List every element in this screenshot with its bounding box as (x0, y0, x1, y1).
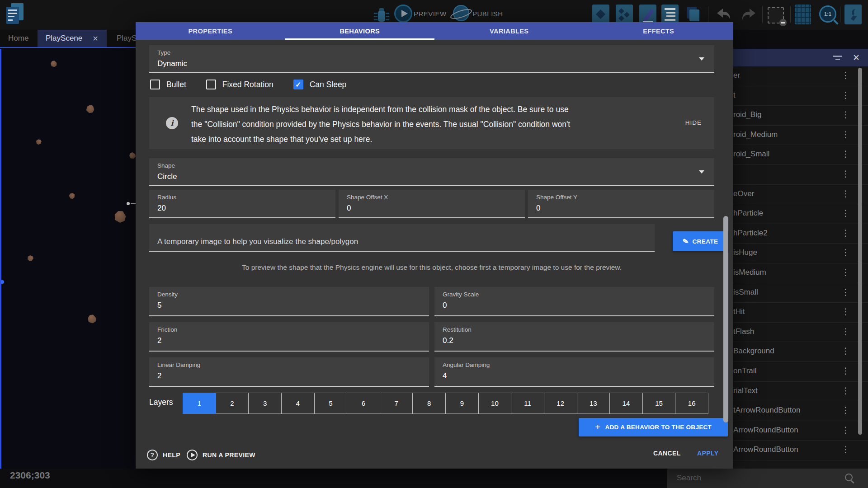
scene-canvas[interactable] (0, 49, 137, 469)
close-tab-icon[interactable]: ✕ (92, 34, 98, 43)
layer-option-6[interactable]: 6 (347, 393, 380, 414)
cancel-button[interactable]: CANCEL (653, 450, 681, 457)
preview-icon[interactable] (394, 5, 412, 23)
shape-dropdown[interactable]: Shape Circle (149, 158, 714, 186)
item-menu-icon[interactable]: ⋮ (841, 129, 850, 140)
objects-group-icon[interactable] (616, 5, 633, 24)
temporary-image-field[interactable]: A temporary image to help you visualize … (149, 224, 655, 252)
item-menu-icon[interactable]: ⋮ (841, 326, 850, 337)
item-menu-icon[interactable]: ⋮ (841, 267, 850, 277)
layer-option-9[interactable]: 9 (445, 393, 479, 414)
item-menu-icon[interactable]: ⋮ (841, 247, 850, 258)
layer-option-4[interactable]: 4 (281, 393, 315, 414)
item-menu-icon[interactable]: ⋮ (841, 306, 850, 317)
fixed-rotation-checkbox[interactable] (206, 80, 216, 89)
gravity-scale-field[interactable]: Gravity Scale0 (434, 287, 714, 316)
restitution-field[interactable]: Restitution0.2 (434, 322, 714, 352)
setup-wrench-icon[interactable] (844, 5, 862, 24)
edit-scene-icon[interactable] (639, 5, 656, 24)
mask-selection-icon[interactable] (768, 7, 784, 23)
dialog-tab-effects[interactable]: EFFECTS (584, 22, 734, 40)
toolbar-separator (840, 6, 840, 23)
tab-home[interactable]: Home (0, 30, 37, 47)
tab-playscene-2[interactable]: PlayS (108, 30, 136, 47)
apply-button[interactable]: APPLY (697, 450, 718, 457)
item-menu-icon[interactable]: ⋮ (841, 149, 850, 159)
preview-button[interactable]: PREVIEW (414, 10, 447, 18)
layer-option-7[interactable]: 7 (380, 393, 413, 414)
friction-field[interactable]: Friction2 (149, 322, 429, 352)
item-menu-icon[interactable]: ⋮ (841, 90, 850, 100)
layer-option-15[interactable]: 15 (642, 393, 676, 414)
bullet-checkbox[interactable] (150, 80, 160, 89)
layer-option-8[interactable]: 8 (412, 393, 446, 414)
item-menu-icon[interactable]: ⋮ (841, 109, 850, 120)
item-menu-icon[interactable]: ⋮ (841, 346, 850, 356)
dialog-tab-properties[interactable]: PROPERTIES (136, 22, 285, 40)
item-menu-icon[interactable]: ⋮ (841, 188, 850, 199)
filter-icon[interactable] (833, 55, 843, 61)
help-button[interactable]: ? HELP (147, 450, 180, 460)
debug-icon[interactable] (374, 7, 389, 23)
layer-option-11[interactable]: 11 (511, 393, 544, 414)
item-menu-icon[interactable]: ⋮ (841, 385, 850, 396)
create-button[interactable]: ✎ CREATE (673, 231, 728, 251)
zoom-1-1-icon[interactable]: 1:1 (819, 5, 836, 23)
add-behavior-button[interactable]: + ADD A BEHAVIOR TO THE OBJECT (579, 418, 728, 436)
search-input[interactable]: Search (677, 474, 701, 483)
checkbox-group-fixed-rotation[interactable]: Fixed Rotation (206, 80, 274, 89)
linear-damping-field[interactable]: Linear Damping2 (149, 357, 429, 387)
item-menu-icon[interactable]: ⋮ (841, 208, 850, 218)
publish-icon[interactable] (453, 5, 469, 21)
item-menu-icon[interactable]: ⋮ (841, 287, 850, 297)
item-menu-icon[interactable]: ⋮ (841, 70, 850, 80)
item-menu-icon[interactable]: ⋮ (841, 444, 850, 455)
shape-offset-y-field[interactable]: Shape Offset Y0 (528, 190, 714, 218)
project-manager-icon[interactable] (6, 3, 24, 24)
undo-icon[interactable] (715, 7, 732, 22)
angular-damping-field[interactable]: Angular Damping4 (434, 357, 714, 387)
layer-option-1[interactable]: 1 (183, 393, 216, 414)
layer-option-5[interactable]: 5 (314, 393, 348, 414)
object-name: hParticle (733, 209, 763, 218)
dialog-tab-variables[interactable]: VARIABLES (434, 22, 584, 40)
item-menu-icon[interactable]: ⋮ (841, 366, 850, 376)
can-sleep-checkbox[interactable]: ✓ (293, 80, 303, 89)
grid-icon[interactable] (795, 5, 811, 24)
layer-option-3[interactable]: 3 (248, 393, 282, 414)
panel-scrollbar[interactable] (858, 68, 862, 435)
object-icon[interactable] (592, 5, 609, 24)
redo-icon[interactable] (740, 7, 757, 22)
checkbox-group-bullet[interactable]: Bullet (150, 80, 186, 89)
dialog-tab-behaviors[interactable]: BEHAVIORS (285, 22, 435, 40)
search-bar[interactable]: Search (667, 469, 868, 488)
info-text: The shape used in the Physics behavior i… (191, 102, 684, 147)
radius-field[interactable]: Radius20 (149, 190, 335, 218)
layer-option-10[interactable]: 10 (478, 393, 512, 414)
checkbox-group-can-sleep[interactable]: ✓Can Sleep (293, 80, 347, 89)
item-menu-icon[interactable]: ⋮ (841, 405, 850, 415)
item-menu-icon[interactable]: ⋮ (841, 425, 850, 435)
item-menu-icon[interactable]: ⋮ (841, 169, 850, 179)
layer-option-13[interactable]: 13 (577, 393, 610, 414)
selection-handle[interactable] (127, 202, 130, 205)
hide-button[interactable]: HIDE (685, 119, 702, 126)
layer-option-16[interactable]: 16 (675, 393, 708, 414)
tab-playscene[interactable]: PlayScene ✕ (38, 30, 107, 47)
events-list-icon[interactable] (661, 5, 679, 24)
chevron-down-icon (699, 57, 704, 61)
shape-offset-x-field[interactable]: Shape Offset X0 (339, 190, 525, 218)
layers-icon[interactable] (684, 5, 702, 24)
item-menu-icon[interactable]: ⋮ (841, 228, 850, 238)
layer-option-12[interactable]: 12 (544, 393, 577, 414)
type-dropdown[interactable]: Type Dynamic (149, 45, 714, 73)
object-name: Background (733, 347, 774, 356)
layer-option-2[interactable]: 2 (216, 393, 249, 414)
density-field[interactable]: Density5 (149, 287, 429, 316)
layer-option-14[interactable]: 14 (609, 393, 643, 414)
canvas-edge-handle[interactable] (0, 280, 4, 284)
run-preview-button[interactable]: RUN A PREVIEW (187, 450, 255, 460)
close-panel-icon[interactable]: ✕ (853, 52, 860, 63)
dialog-scrollbar[interactable] (723, 216, 728, 422)
publish-button[interactable]: PUBLISH (472, 10, 503, 18)
